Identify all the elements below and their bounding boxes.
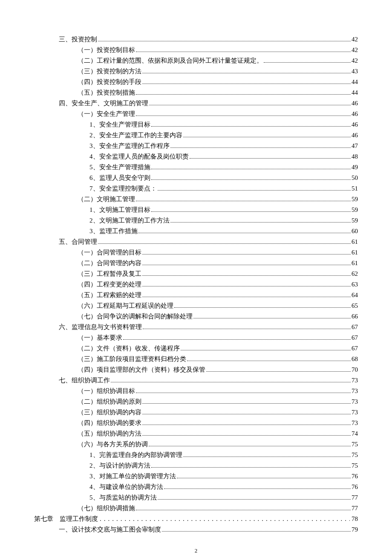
toc-entry: 第七章 监理工作制度..............................… [34, 514, 358, 524]
document-page: 三、投资控制42（一）投资控制目标42（二）工程计量的范围、依据和原则及合同外工… [0, 0, 392, 555]
toc-entry: （四）组织协调的要求73 [34, 418, 358, 428]
toc-leader-dots [142, 435, 351, 436]
toc-entry-title: （二）文件（资料）收发、传递程序 [78, 343, 180, 353]
toc-entry-title: 第七章 监理工作制度 [34, 514, 98, 524]
toc-entry: （一）安全生产管理46 [34, 109, 358, 119]
toc-entry-title: （一）投资控制目标 [78, 45, 135, 55]
toc-entry: 5、安全生产管理措施49 [34, 162, 358, 172]
toc-leader-dots [142, 403, 351, 404]
toc-entry: （五）工程索赔的处理64 [34, 290, 358, 300]
toc-entry: 6、监理人员安全守则50 [34, 173, 358, 183]
toc-leader-dots [142, 414, 351, 414]
toc-entry-page: 77 [352, 492, 358, 503]
toc-entry-page: 66 [352, 311, 358, 321]
toc-entry-title: 2、与设计的协调方法 [89, 460, 150, 471]
toc-leader-dots [151, 169, 351, 169]
toc-leader-dots [187, 361, 351, 361]
toc-entry: （一）基本要求67 [34, 332, 358, 343]
toc-entry: 2、安全生产监理工作的主要内容46 [34, 130, 358, 140]
toc-entry: （一）组织协调目标73 [34, 386, 358, 396]
toc-entry-title: （三）施工阶段项目监理资料归档分类 [78, 354, 186, 364]
toc-leader-dots [143, 329, 351, 329]
toc-entry-title: （四）投资控制的手段 [78, 77, 141, 87]
toc-leader-dots [136, 52, 351, 52]
toc-entry-page: 62 [352, 269, 358, 279]
toc-entry: 2、文明施工管理的工作方法59 [34, 215, 358, 225]
toc-entry-page: 75 [352, 460, 358, 471]
toc-entry: （五）投资控制措施44 [34, 87, 358, 98]
toc-leader-dots: ........................................… [100, 514, 350, 524]
toc-entry-title: （四）工程变更的处理 [78, 279, 141, 289]
table-of-contents: 三、投资控制42（一）投资控制目标42（二）工程计量的范围、依据和原则及合同外工… [34, 34, 358, 535]
toc-entry-title: 6、监理人员安全守则 [89, 173, 150, 183]
toc-leader-dots [98, 243, 351, 244]
toc-entry-title: 5、与质监站的协调方法 [89, 492, 157, 503]
toc-entry-page: 61 [352, 237, 358, 247]
toc-leader-dots [111, 382, 351, 382]
toc-entry: 5、与质监站的协调方法77 [34, 492, 358, 503]
toc-entry-page: 76 [352, 482, 358, 492]
toc-entry-page: 61 [352, 247, 358, 257]
toc-entry: 1、安全生产管理目标46 [34, 119, 358, 130]
toc-entry-page: 67 [352, 322, 358, 332]
toc-entry-page: 67 [352, 332, 358, 343]
toc-entry-page: 42 [352, 55, 358, 66]
toc-leader-dots [136, 201, 351, 201]
toc-entry: 1、文明施工管理目标59 [34, 205, 358, 215]
toc-entry-title: （一）组织协调目标 [78, 386, 135, 396]
toc-entry: （二）文明施工管理59 [34, 194, 358, 204]
toc-entry: 六、监理信息与文书资料管理67 [34, 322, 358, 332]
toc-entry-page: 78 [352, 514, 358, 524]
toc-entry-page: 44 [352, 87, 358, 98]
toc-leader-dots [98, 41, 351, 41]
toc-entry: 2、与设计的协调方法75 [34, 460, 358, 471]
toc-leader-dots [149, 446, 351, 446]
toc-entry-page: 49 [352, 162, 358, 172]
toc-entry-title: （七）组织协调措施 [78, 503, 135, 513]
toc-entry: （三）工程暂停及复工62 [34, 269, 358, 279]
toc-entry-title: 5、安全生产管理措施 [89, 162, 150, 172]
toc-entry-page: 60 [352, 226, 358, 236]
toc-entry: 7、安全监理控制要点：51 [34, 183, 358, 194]
toc-leader-dots [190, 158, 351, 159]
toc-entry: 3、安全生产监理的工作程序47 [34, 141, 358, 151]
toc-entry-title: 六、监理信息与文书资料管理 [59, 322, 142, 332]
toc-leader-dots [142, 286, 351, 286]
toc-entry-page: 59 [352, 205, 358, 215]
toc-entry: 三、投资控制42 [34, 34, 358, 44]
page-number: 2 [195, 547, 198, 554]
toc-entry: （二）文件（资料）收发、传递程序67 [34, 343, 358, 353]
toc-entry-title: 1、完善监理自身的内部协调管理 [89, 450, 182, 460]
toc-entry: （三）组织协调的内容73 [34, 407, 358, 417]
toc-entry-title: 7、安全监理控制要点： [89, 183, 157, 194]
toc-leader-dots [193, 318, 351, 318]
toc-entry-title: （六）工程延期与工程延误的处理 [78, 301, 173, 311]
toc-entry-title: （七）合同争议的调解和合同的解除处理 [78, 311, 193, 321]
toc-leader-dots [206, 371, 351, 372]
toc-leader-dots [181, 350, 351, 350]
toc-entry-title: 3、对施工单位的协调管理方法 [89, 471, 176, 481]
toc-entry: （四）项目监理部的文件（资料）移交及保管70 [34, 364, 358, 375]
toc-entry: （四）工程变更的处理63 [34, 279, 358, 289]
toc-entry-title: （二）合同管理的内容 [78, 258, 141, 268]
toc-entry-page: 77 [352, 503, 358, 513]
toc-leader-dots [158, 190, 351, 191]
toc-entry: （六）与各方关系的协调75 [34, 439, 358, 449]
toc-entry-title: 3、监理工作措施 [89, 226, 138, 236]
toc-entry: 3、对施工单位的协调管理方法76 [34, 471, 358, 481]
toc-leader-dots [136, 393, 351, 393]
toc-entry: 一、设计技术交底与施工图会审制度79 [34, 524, 358, 535]
toc-entry-title: （四）组织协调的要求 [78, 418, 141, 428]
toc-entry-page: 50 [352, 173, 358, 183]
toc-entry: （二）合同管理的内容61 [34, 258, 358, 268]
toc-entry-page: 67 [352, 343, 358, 353]
toc-entry-title: （一）安全生产管理 [78, 109, 135, 119]
toc-entry-title: （三）组织协调的内容 [78, 407, 141, 417]
toc-leader-dots [142, 425, 351, 425]
toc-entry: （六）工程延期与工程延误的处理65 [34, 301, 358, 311]
toc-entry: （一）投资控制目标42 [34, 45, 358, 55]
toc-entry-page: 65 [352, 301, 358, 311]
toc-entry-page: 70 [352, 364, 358, 375]
toc-leader-dots [151, 126, 351, 127]
toc-entry-page: 42 [352, 34, 358, 44]
